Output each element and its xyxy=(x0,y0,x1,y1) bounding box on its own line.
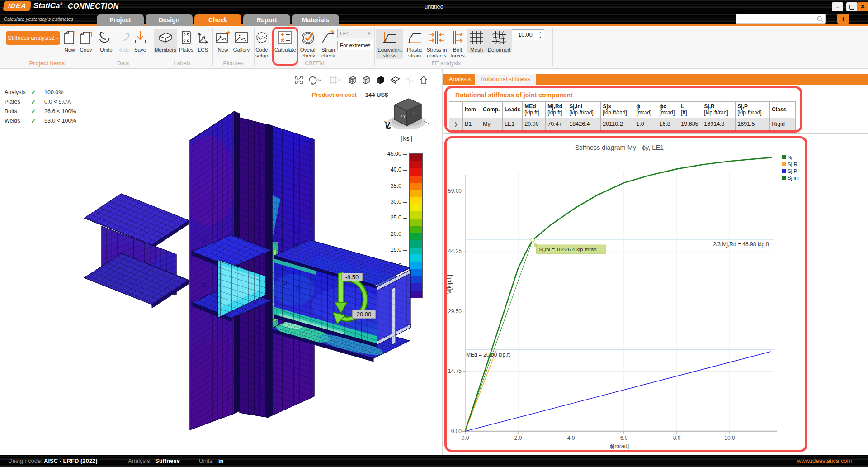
table-header-cell[interactable]: Sj,ini[kip-ft/rad] xyxy=(567,102,601,118)
code-setup-button[interactable]: </> Code setup xyxy=(251,29,272,59)
clip-view-icon[interactable] xyxy=(390,74,401,86)
section-dropdown-icon[interactable] xyxy=(336,74,343,86)
table-header-cell[interactable]: MEd[kip.ft] xyxy=(523,102,546,118)
svg-text:14.75: 14.75 xyxy=(448,368,462,374)
mirror-icon[interactable] xyxy=(403,74,415,86)
tab-check[interactable]: Check xyxy=(194,14,241,26)
table-row[interactable]: ❯B1MyLE120.0070.4718426.420110.21.016.81… xyxy=(449,118,796,130)
strain-check-button[interactable]: % Strain check xyxy=(319,29,337,59)
labels-lcs-toggle[interactable]: LCS xyxy=(195,29,211,53)
equivalent-stress-toggle[interactable]: Equivalent stress xyxy=(376,29,403,59)
table-header-cell[interactable]: Sjs[kip-ft/rad] xyxy=(601,102,634,118)
equivalent-stress-icon xyxy=(382,31,397,44)
fem-model[interactable] xyxy=(68,91,434,453)
svg-text:10.0: 10.0 xyxy=(724,435,735,441)
mesh-toggle[interactable]: Mesh xyxy=(467,29,486,53)
svg-text:59.00: 59.00 xyxy=(448,188,462,194)
solid-view-icon[interactable] xyxy=(374,74,386,86)
bolt-forces-toggle[interactable]: Bolt forces xyxy=(448,29,467,59)
svg-text:4.0: 4.0 xyxy=(567,435,575,441)
zoom-fit-icon[interactable] xyxy=(293,74,305,86)
spinner-arrows[interactable]: ▲▼ xyxy=(538,30,543,40)
table-cell: 1.0 xyxy=(634,118,657,130)
overall-check-icon xyxy=(301,30,316,45)
tab-materials[interactable]: Materials xyxy=(292,14,339,26)
svg-text:Sj: Sj xyxy=(788,155,792,160)
group-caption-pictures: Pictures xyxy=(215,60,251,67)
deformed-toggle[interactable]: Deformed xyxy=(486,29,512,53)
load-effect-select[interactable]: LE1▼ xyxy=(337,29,373,38)
extreme-select[interactable]: For extreme▼ xyxy=(337,41,373,50)
tab-report[interactable]: Report xyxy=(243,14,290,26)
panel-tab-strip: Analysis Rotational stiffness xyxy=(443,74,868,85)
info-button[interactable]: i xyxy=(837,14,849,24)
table-header-cell[interactable]: Comp. xyxy=(481,102,503,118)
table-cell: ❯ xyxy=(449,118,463,130)
table-header-cell[interactable]: L[ft] xyxy=(679,102,702,118)
plate-icon xyxy=(181,30,192,45)
picture-gallery-button[interactable]: Gallery xyxy=(231,29,251,53)
table-header-cell[interactable]: Mj,Rd[kip.ft] xyxy=(546,102,567,118)
stress-in-contacts-toggle[interactable]: Stress in contacts xyxy=(425,29,448,59)
viewport-toolbar xyxy=(293,74,438,86)
svg-text:Sj,ini: Sj,ini xyxy=(788,175,799,181)
table-header-cell[interactable]: ϕ[mrad] xyxy=(634,102,657,118)
table-cell: 20110.2 xyxy=(601,118,634,130)
overall-check-button[interactable]: Overall check xyxy=(299,29,317,59)
dimension-label: -8.50 xyxy=(341,273,363,281)
labels-members-toggle[interactable]: Members xyxy=(154,29,177,53)
stress-contacts-icon xyxy=(429,30,445,45)
table-cell: 19.685 xyxy=(679,118,702,130)
lcs-axes-icon xyxy=(196,30,210,45)
maximize-button[interactable]: ▢ xyxy=(846,2,858,11)
svg-text:2.0: 2.0 xyxy=(514,435,522,441)
tab-analysis[interactable]: Analysis xyxy=(447,74,473,85)
group-caption-labels: Labels xyxy=(154,60,211,67)
bolt-forces-icon xyxy=(450,30,465,45)
search-input[interactable] xyxy=(736,14,826,24)
table-cell: B1 xyxy=(463,118,481,130)
tab-design[interactable]: Design xyxy=(146,14,193,26)
labels-plates-toggle[interactable]: Plates xyxy=(177,29,195,53)
table-header-cell[interactable]: Item xyxy=(463,102,481,118)
picture-new-button[interactable]: New xyxy=(215,29,231,53)
plastic-strain-toggle[interactable]: Plastic strain xyxy=(404,29,425,59)
undo-button[interactable]: Undo xyxy=(98,29,115,53)
analysis-selector-button[interactable]: Stiffness analysis2 ▾ xyxy=(6,31,60,45)
copy-button[interactable]: Copy xyxy=(78,29,94,53)
table-header-cell[interactable]: Class xyxy=(770,102,796,118)
redo-button[interactable]: Redo xyxy=(115,29,132,53)
stiffness-table-box: Rotational stiffness of joint component … xyxy=(444,86,802,133)
svg-text:29.50: 29.50 xyxy=(448,308,462,315)
calculate-button[interactable]: Calculate xyxy=(273,29,297,53)
redo-icon xyxy=(116,30,131,45)
3d-viewport[interactable]: Analysis✓100.0% Plates✓0.0 < 5.0% Bolts✓… xyxy=(0,69,442,455)
shaded-view-icon[interactable] xyxy=(360,74,372,86)
table-header-cell[interactable]: Sj,R[kip-ft/rad] xyxy=(702,102,736,118)
save-button[interactable]: Save xyxy=(132,29,148,53)
tab-rotational-stiffness[interactable]: Rotational stiffness xyxy=(475,74,536,85)
tab-project[interactable]: Project xyxy=(97,14,144,26)
minimize-button[interactable]: – xyxy=(832,2,843,11)
table-cell: 18426.4 xyxy=(567,118,601,130)
home-view-icon[interactable] xyxy=(418,74,429,86)
rotate-dropdown-icon[interactable] xyxy=(316,74,323,86)
table-header-cell[interactable]: Loads xyxy=(503,102,523,118)
new-project-item-button[interactable]: New xyxy=(61,29,78,53)
table-title: Rotational stiffness of joint component xyxy=(455,91,573,99)
website-link[interactable]: www.ideastatica.com xyxy=(797,457,852,464)
close-button[interactable]: ✕ xyxy=(857,2,868,11)
table-header-cell[interactable]: Sj,P[kip-ft/rad] xyxy=(736,102,770,118)
tagline: Calculate yesterday's estimates xyxy=(4,16,73,22)
check-icon: ✓ xyxy=(31,117,37,125)
deformed-scale-spinner[interactable]: 10.00 ▲▼ xyxy=(512,29,544,40)
table-cell: Rigid xyxy=(770,118,796,130)
table-header-cell[interactable] xyxy=(449,102,463,118)
group-caption-fe-analysis: FE analysis xyxy=(376,60,516,67)
check-icon: ✓ xyxy=(31,107,37,115)
table-header-cell[interactable]: ϕc[mrad] xyxy=(657,102,679,118)
document-title: untitled xyxy=(344,3,524,10)
wireframe-view-icon[interactable] xyxy=(346,74,358,86)
table-cell: 1691.5 xyxy=(736,118,770,130)
title-bar: IDEA StatiCa® CONNECTION untitled – ▢ ✕ xyxy=(0,0,868,13)
